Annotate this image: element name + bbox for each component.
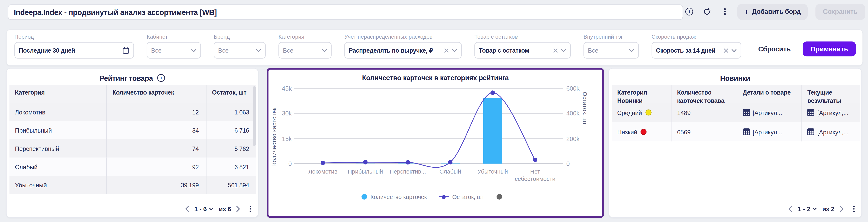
page-range-dropdown[interactable]: 1 - 2: [798, 206, 817, 212]
filter-1: КабинетВсе: [147, 34, 201, 59]
table-grid-icon[interactable]: [743, 128, 750, 135]
chart-panel[interactable]: Количество карточек в категориях рейтинг…: [267, 68, 604, 218]
novinki-category-label: Средний: [617, 109, 642, 116]
filter-select[interactable]: Распределять по выручке, ₽: [344, 42, 462, 59]
cell-stock: 6 821: [207, 158, 256, 176]
x-axis-label: Нет себестоимости: [510, 168, 560, 182]
clear-icon[interactable]: [553, 48, 558, 53]
prev-page-button[interactable]: [788, 206, 793, 212]
table-row[interactable]: Низкий6569[Артикул,...[Артикул,...: [612, 122, 860, 141]
novinki-pagination: 1 - 2 из 2: [788, 206, 855, 212]
table-row[interactable]: Прибыльный346 716: [9, 121, 256, 140]
column-header[interactable]: Текущие результаты: [802, 85, 860, 103]
rating-table: КатегорияКоличество карточекОстаток, шт …: [9, 85, 256, 194]
filter-select[interactable]: Все: [147, 42, 201, 59]
table-row[interactable]: Убыточный39 199561 894: [9, 176, 256, 194]
next-page-button[interactable]: [236, 206, 241, 212]
plus-icon: +: [744, 7, 748, 16]
filter-label: Внутренний тэг: [584, 34, 639, 40]
column-header[interactable]: Категория Новинки: [612, 85, 672, 103]
filter-label: Период: [14, 34, 134, 40]
table-grid-icon[interactable]: [807, 128, 814, 135]
board-title-input[interactable]: Indeepa.Index - продвинутый анализ ассор…: [8, 4, 683, 20]
chevron-down-icon[interactable]: [321, 48, 327, 52]
chevron-down-icon[interactable]: [256, 48, 261, 52]
rating-panel-title: Рейтинг товара: [100, 74, 153, 82]
cell-text[interactable]: [Артикул,...: [817, 109, 848, 116]
chevron-down-icon[interactable]: [731, 48, 737, 52]
filter-2: БрендВсе: [214, 34, 266, 59]
refresh-icon[interactable]: [702, 7, 712, 17]
info-icon[interactable]: i: [157, 74, 165, 82]
cell-results: [Артикул,...: [802, 103, 860, 122]
legend-line-marker: [439, 194, 449, 199]
cell-results: [Артикул,...: [802, 122, 860, 141]
add-board-button[interactable]: + Добавить борд: [738, 4, 807, 20]
table-row[interactable]: Перспективный745 762: [9, 139, 256, 158]
legend-item[interactable]: Количество карточек: [362, 193, 427, 200]
save-button[interactable]: Сохранить: [815, 4, 865, 20]
scale-wrapper: Indeepa.Index - продвинутый анализ ассор…: [0, 0, 868, 222]
filter-select[interactable]: Все: [584, 42, 639, 59]
legend-item[interactable]: [497, 194, 502, 199]
filter-select[interactable]: Товар с остатком: [474, 42, 571, 59]
chevron-down-icon[interactable]: [629, 48, 634, 52]
filter-value: Все: [283, 47, 319, 54]
reset-filters-button[interactable]: Сбросить: [758, 45, 791, 53]
cell-stock: 561 894: [207, 176, 256, 194]
column-header[interactable]: Детали о товаре: [737, 85, 802, 103]
dashboard-page: Indeepa.Index - продвинутый анализ ассор…: [0, 0, 868, 222]
cell-text[interactable]: [Артикул,...: [753, 128, 784, 135]
filter-value: Товар с остатком: [479, 47, 550, 54]
next-page-button[interactable]: [839, 206, 844, 212]
info-icon[interactable]: i: [684, 7, 694, 17]
filter-select[interactable]: Скорость за 14 дней: [652, 42, 741, 59]
cell-category: Убыточный: [9, 176, 107, 194]
filter-select[interactable]: Все: [278, 42, 332, 59]
table-grid-icon[interactable]: [807, 109, 814, 116]
cell-category: Локомотив: [9, 103, 107, 121]
page-range-dropdown[interactable]: 1 - 6: [194, 206, 214, 212]
column-header[interactable]: Остаток, шт: [207, 85, 256, 103]
cell-category: Средний: [612, 103, 672, 122]
table-row[interactable]: Локомотив121 063: [9, 103, 256, 121]
calendar-icon[interactable]: [122, 47, 129, 54]
pagination-menu-icon[interactable]: [853, 206, 855, 212]
column-header[interactable]: Количество карточек: [107, 85, 207, 103]
chevron-down-icon[interactable]: [561, 48, 566, 52]
filter-4: Учет нераспределенных расходовРаспределя…: [344, 34, 462, 59]
cell-text[interactable]: [Артикул,...: [753, 109, 784, 116]
filter-select[interactable]: Последние 30 дней: [14, 42, 134, 59]
chevron-down-icon[interactable]: [191, 48, 196, 52]
table-row[interactable]: Средний1489[Артикул,...[Артикул,...: [612, 103, 860, 122]
column-header[interactable]: Количество карточек товара: [672, 85, 737, 103]
clear-icon[interactable]: [444, 48, 449, 53]
column-header[interactable]: Категория: [9, 85, 107, 103]
cell-text[interactable]: [Артикул,...: [817, 128, 848, 135]
table-scrollbar[interactable]: [253, 86, 256, 146]
pagination-menu-icon[interactable]: [250, 206, 251, 212]
table-grid-icon[interactable]: [743, 109, 750, 116]
filter-value: Все: [588, 47, 626, 54]
prev-page-button[interactable]: [185, 206, 189, 212]
table-row[interactable]: Слабый926 821: [9, 158, 256, 176]
cell-details: [Артикул,...: [737, 122, 802, 141]
legend-label: Количество карточек: [370, 193, 427, 200]
filter-5: Товар с остаткомТовар с остатком: [474, 34, 571, 59]
page-total: из 2: [822, 206, 834, 212]
cell-cards: 6569: [672, 122, 737, 141]
legend-dot-marker: [497, 194, 502, 199]
cell-cards: 92: [107, 158, 207, 176]
rating-pagination: 1 - 6 из 6: [185, 206, 251, 212]
filter-value: Последние 30 дней: [19, 47, 120, 54]
chevron-down-icon[interactable]: [452, 48, 457, 52]
apply-filters-button[interactable]: Применить: [803, 41, 856, 56]
filter-select[interactable]: Все: [214, 42, 266, 59]
clear-icon[interactable]: [723, 48, 728, 53]
filters-row: ПериодПоследние 30 днейКабинетВсеБрендВс…: [14, 34, 741, 59]
legend-item[interactable]: Остаток, шт: [439, 193, 484, 200]
chart-legend: Количество карточекОстаток, шт: [302, 193, 562, 200]
filter-6: Внутренний тэгВсе: [584, 34, 639, 59]
kebab-menu-icon[interactable]: [720, 7, 730, 17]
filter-label: Бренд: [214, 34, 266, 40]
